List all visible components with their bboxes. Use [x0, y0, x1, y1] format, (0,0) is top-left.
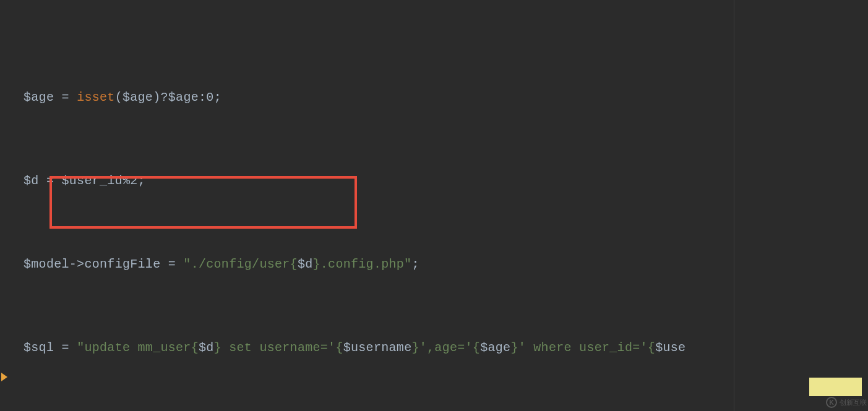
code-token-number: 0	[206, 88, 213, 107]
code-token-property: configFile	[84, 255, 160, 274]
code-token-punct: )?	[153, 88, 168, 107]
code-token-variable: $age	[24, 88, 54, 107]
code-token-variable: $use	[655, 339, 685, 357]
code-token-variable: $age	[480, 339, 510, 357]
code-token-variable: $d	[298, 255, 313, 274]
code-line[interactable]: $d = $user_id%2;	[24, 167, 868, 195]
code-token-keyword: isset	[77, 88, 115, 107]
watermark: K 创新互联	[826, 394, 867, 411]
gutter-arrow-icon	[1, 373, 7, 381]
code-token-punct: (	[115, 88, 122, 107]
code-token-string: } set username='{	[214, 339, 343, 357]
code-token-string: }' where user_id='{	[510, 339, 655, 357]
code-token-operator: =	[54, 88, 77, 107]
code-token-variable: $age	[168, 88, 199, 107]
code-token-string: "./config/user{	[183, 255, 298, 274]
code-token-variable: $d	[199, 339, 214, 357]
watermark-text: 创新互联	[840, 397, 867, 408]
code-token-variable: $model	[24, 255, 69, 274]
code-token-punct: :	[199, 88, 206, 107]
code-editor[interactable]: $age = isset($age)?$age:0; $d = $user_id…	[0, 0, 868, 411]
code-token-punct: ;	[214, 88, 221, 107]
watermark-logo-icon: K	[826, 397, 837, 408]
code-token-string: "update mm_user{	[77, 339, 199, 357]
code-token-operator: =	[39, 172, 62, 190]
code-token-string: }',age='{	[411, 339, 480, 357]
code-token-operator: =	[54, 339, 77, 357]
code-line[interactable]: $model->configFile = "./config/user{$d}.…	[24, 250, 868, 278]
code-token-operator: =	[160, 255, 183, 274]
code-token-arrow: ->	[69, 255, 85, 274]
code-token-string: }.config.php"	[313, 255, 412, 274]
code-token-variable: $user_id	[62, 172, 122, 190]
code-token-variable: $username	[343, 339, 412, 357]
code-line[interactable]: $age = isset($age)?$age:0;	[24, 83, 868, 111]
code-token-variable: $d	[24, 172, 39, 190]
code-line[interactable]: $sql = "update mm_user{$d} set username=…	[24, 334, 868, 362]
code-token-number: 2	[130, 172, 137, 190]
code-token-variable: $age	[122, 88, 153, 107]
code-token-variable: $sql	[24, 339, 54, 357]
code-token-operator: %	[122, 172, 130, 190]
code-token-punct: ;	[411, 255, 419, 274]
code-token-punct: ;	[138, 172, 145, 190]
